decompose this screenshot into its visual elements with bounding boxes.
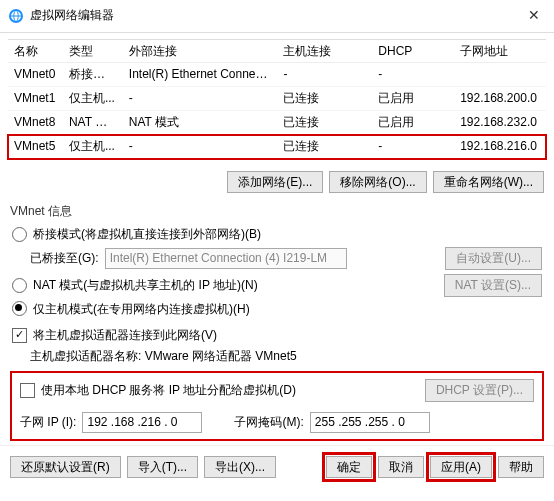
- remove-network-button[interactable]: 移除网络(O)...: [329, 171, 426, 194]
- cancel-button[interactable]: 取消: [378, 456, 424, 479]
- bridge-to-select[interactable]: [105, 248, 347, 269]
- radio-icon: [12, 301, 27, 316]
- add-network-button[interactable]: 添加网络(E)...: [227, 171, 323, 194]
- vmnet-table: 名称 类型 外部连接 主机连接 DHCP 子网地址 VMnet0桥接模式Inte…: [8, 39, 546, 159]
- nat-mode-radio[interactable]: NAT 模式(与虚拟机共享主机的 IP 地址)(N) NAT 设置(S)...: [10, 272, 544, 299]
- bridge-to-row: 已桥接至(G): 自动设置(U)...: [28, 245, 544, 272]
- nat-settings-button[interactable]: NAT 设置(S)...: [444, 274, 542, 297]
- subnet-mask-input[interactable]: [310, 412, 430, 433]
- col-type[interactable]: 类型: [63, 40, 123, 63]
- subnet-ip-label: 子网 IP (I):: [20, 414, 76, 431]
- footer-buttons: 还原默认设置(R) 导入(T)... 导出(X)... 确定 取消 应用(A) …: [0, 445, 554, 489]
- hostonly-mode-radio[interactable]: 仅主机模式(在专用网络内连接虚拟机)(H): [10, 299, 544, 320]
- host-adapter-name: 主机虚拟适配器名称: VMware 网络适配器 VMnet5: [28, 346, 544, 367]
- col-dhcp[interactable]: DHCP: [372, 40, 454, 63]
- host-adapter-check[interactable]: 将主机虚拟适配器连接到此网络(V): [10, 325, 544, 346]
- close-icon[interactable]: ✕: [522, 6, 546, 26]
- radio-icon: [12, 278, 27, 293]
- app-icon: [8, 8, 24, 24]
- table-row[interactable]: VMnet8NAT 模式NAT 模式已连接已启用192.168.232.0: [8, 111, 546, 135]
- bridge-mode-label: 桥接模式(将虚拟机直接连接到外部网络)(B): [33, 226, 261, 243]
- subnet-row: 子网 IP (I): 子网掩码(M):: [18, 410, 536, 435]
- nat-mode-label: NAT 模式(与虚拟机共享主机的 IP 地址)(N): [33, 277, 258, 294]
- hostonly-mode-label: 仅主机模式(在专用网络内连接虚拟机)(H): [33, 301, 250, 318]
- table-header: 名称 类型 外部连接 主机连接 DHCP 子网地址: [8, 40, 546, 64]
- table-row[interactable]: VMnet0桥接模式Intel(R) Ethernet Connection (…: [8, 63, 546, 87]
- export-button[interactable]: 导出(X)...: [204, 456, 276, 479]
- vmnet-info-group: 桥接模式(将虚拟机直接连接到外部网络)(B) 已桥接至(G): 自动设置(U).…: [10, 224, 544, 367]
- dhcp-label: 使用本地 DHCP 服务将 IP 地址分配给虚拟机(D): [41, 382, 296, 399]
- checkbox-icon: [12, 328, 27, 343]
- host-adapter-label: 将主机虚拟适配器连接到此网络(V): [33, 327, 217, 344]
- apply-button[interactable]: 应用(A): [430, 456, 492, 479]
- table-row[interactable]: VMnet1仅主机...-已连接已启用192.168.200.0: [8, 87, 546, 111]
- col-ext[interactable]: 外部连接: [123, 40, 278, 63]
- col-subnet[interactable]: 子网地址: [454, 40, 546, 63]
- network-buttons: 添加网络(E)... 移除网络(O)... 重命名网络(W)...: [0, 159, 554, 202]
- auto-settings-button[interactable]: 自动设置(U)...: [445, 247, 542, 270]
- subnet-ip-input[interactable]: [82, 412, 202, 433]
- rename-network-button[interactable]: 重命名网络(W)...: [433, 171, 544, 194]
- table-row-selected[interactable]: VMnet5仅主机...-已连接-192.168.216.0: [8, 135, 546, 159]
- checkbox-icon: [20, 383, 35, 398]
- vmnet-info-title: VMnet 信息: [0, 201, 554, 222]
- help-button[interactable]: 帮助: [498, 456, 544, 479]
- dhcp-settings-button[interactable]: DHCP 设置(P)...: [425, 379, 534, 402]
- dhcp-check[interactable]: 使用本地 DHCP 服务将 IP 地址分配给虚拟机(D) DHCP 设置(P).…: [18, 377, 536, 404]
- import-button[interactable]: 导入(T)...: [127, 456, 198, 479]
- highlighted-settings: 使用本地 DHCP 服务将 IP 地址分配给虚拟机(D) DHCP 设置(P).…: [10, 371, 544, 441]
- radio-icon: [12, 227, 27, 242]
- bridge-to-label: 已桥接至(G):: [30, 250, 99, 267]
- col-host[interactable]: 主机连接: [277, 40, 372, 63]
- subnet-mask-label: 子网掩码(M):: [234, 414, 303, 431]
- restore-defaults-button[interactable]: 还原默认设置(R): [10, 456, 121, 479]
- bridge-mode-radio[interactable]: 桥接模式(将虚拟机直接连接到外部网络)(B): [10, 224, 544, 245]
- window-title: 虚拟网络编辑器: [30, 7, 114, 24]
- col-name[interactable]: 名称: [8, 40, 63, 63]
- ok-button[interactable]: 确定: [326, 456, 372, 479]
- title-bar: 虚拟网络编辑器 ✕: [0, 0, 554, 33]
